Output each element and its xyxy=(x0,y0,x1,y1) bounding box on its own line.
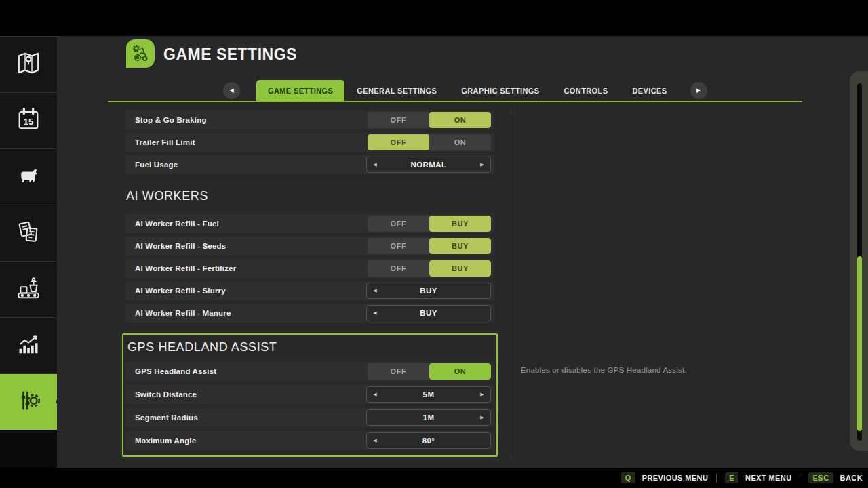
sidebar-item-statistics[interactable] xyxy=(0,318,57,374)
hint-label: NEXT MENU xyxy=(745,474,791,482)
selector-value: 80° xyxy=(383,436,474,445)
highlighted-settings-section: GPS HEADLAND ASSISTGPS Headland AssistOF… xyxy=(122,333,498,457)
selector-value: 5M xyxy=(383,390,474,399)
selector-value: BUY xyxy=(383,287,474,295)
setting-row: AI Worker Refill - FertilizerOFFBUY xyxy=(125,259,494,278)
toggle-option-buy[interactable]: BUY xyxy=(429,260,491,277)
finances-icon xyxy=(15,218,42,248)
sidebar: 15 xyxy=(0,36,57,468)
key-hint-back: ESCBACK xyxy=(808,472,863,483)
tab-graphic-settings[interactable]: GRAPHIC SETTINGS xyxy=(449,80,551,101)
setting-label: Segment Radius xyxy=(125,413,366,422)
toggle-option-on[interactable]: ON xyxy=(429,134,491,150)
setting-control: OFFON xyxy=(368,134,491,150)
setting-row: Switch Distance◀5M▶ xyxy=(125,385,494,404)
setting-label: Switch Distance xyxy=(125,390,366,399)
tabs-prev-button[interactable]: ◀ xyxy=(223,82,240,99)
value-selector: ◀BUY▶ xyxy=(366,305,491,321)
toggle-option-buy[interactable]: BUY xyxy=(429,238,491,254)
hint-divider xyxy=(716,474,717,483)
selector-next-icon[interactable]: ▶ xyxy=(474,415,490,420)
selector-next-icon[interactable]: ▶ xyxy=(474,162,490,167)
setting-row: Maximum Angle◀80°▶ xyxy=(125,431,494,450)
toggle-group: OFFON xyxy=(368,363,491,380)
toggle-option-off[interactable]: OFF xyxy=(368,238,429,254)
selector-prev-icon[interactable]: ◀ xyxy=(367,162,383,167)
footer-bar: QPREVIOUS MENUENEXT MENUESCBACK xyxy=(0,468,868,488)
toggle-group: OFFON xyxy=(368,134,491,150)
statistics-icon xyxy=(15,331,42,361)
setting-row: Stop & Go BrakingOFFON xyxy=(125,110,494,129)
scrollbar-thumb[interactable] xyxy=(857,256,862,431)
value-selector: ◀5M▶ xyxy=(366,386,491,403)
sidebar-item-map[interactable] xyxy=(0,36,57,93)
tab-underline xyxy=(108,101,802,102)
selector-value: 1M xyxy=(383,413,474,422)
animals-icon xyxy=(15,162,42,192)
setting-label: Fuel Usage xyxy=(125,161,366,169)
setting-label: GPS Headland Assist xyxy=(125,367,368,375)
scrollbar xyxy=(850,71,868,451)
selector-prev-icon[interactable]: ◀ xyxy=(367,392,383,397)
selector-prev-icon[interactable]: ◀ xyxy=(367,438,383,443)
toggle-option-off[interactable]: OFF xyxy=(368,260,429,277)
toggle-option-off[interactable]: OFF xyxy=(368,112,429,128)
selector-prev-icon[interactable]: ◀ xyxy=(367,288,383,293)
setting-control: ◀NORMAL▶ xyxy=(366,157,491,173)
selector-prev-icon[interactable]: ◀ xyxy=(367,310,383,316)
hint-label: PREVIOUS MENU xyxy=(642,474,709,482)
tabs-next-button[interactable]: ▶ xyxy=(690,82,707,99)
key-badge: ESC xyxy=(808,472,833,483)
page-title: GAME SETTINGS xyxy=(163,45,297,64)
setting-label: Maximum Angle xyxy=(125,436,366,445)
main-panel: GAME SETTINGS ◀GAME SETTINGSGENERAL SETT… xyxy=(57,36,868,468)
setting-label: AI Worker Refill - Slurry xyxy=(125,287,366,295)
setting-row: Fuel Usage◀NORMAL▶ xyxy=(125,155,494,174)
sidebar-item-finances[interactable] xyxy=(0,205,57,262)
value-selector: ◀1M▶ xyxy=(366,409,491,426)
selector-next-icon[interactable]: ▶ xyxy=(474,392,490,397)
setting-row: AI Worker Refill - SeedsOFFBUY xyxy=(125,237,494,256)
value-selector: ◀BUY▶ xyxy=(366,283,491,299)
map-icon xyxy=(15,49,42,79)
toggle-group: OFFBUY xyxy=(368,216,491,232)
tab-game-settings[interactable]: GAME SETTINGS xyxy=(256,80,344,101)
tab-general-settings[interactable]: GENERAL SETTINGS xyxy=(344,80,449,101)
setting-row: GPS Headland AssistOFFON xyxy=(125,362,494,381)
setting-row: Segment Radius◀1M▶ xyxy=(125,408,494,427)
setting-row: Trailer Fill LimitOFFON xyxy=(125,133,494,152)
selector-value: BUY xyxy=(383,309,474,317)
toggle-option-off[interactable]: OFF xyxy=(368,363,429,380)
scrollbar-track[interactable] xyxy=(857,83,862,441)
key-badge: Q xyxy=(621,472,635,483)
tab-controls[interactable]: CONTROLS xyxy=(552,80,620,101)
chevron-left-icon: ◀ xyxy=(229,87,233,94)
tab-bar: ◀GAME SETTINGSGENERAL SETTINGSGRAPHIC SE… xyxy=(223,80,707,101)
toggle-option-buy[interactable]: BUY xyxy=(429,216,491,232)
tab-devices[interactable]: DEVICES xyxy=(620,80,679,101)
sidebar-item-settings[interactable] xyxy=(0,374,57,430)
section-title: GPS HEADLAND ASSIST xyxy=(127,339,494,355)
key-badge: E xyxy=(725,472,738,483)
setting-label: AI Worker Refill - Fertilizer xyxy=(125,264,368,272)
setting-label: Trailer Fill Limit xyxy=(125,138,368,146)
toggle-option-off[interactable]: OFF xyxy=(368,134,429,150)
value-selector: ◀80°▶ xyxy=(366,432,491,449)
setting-control: ◀5M▶ xyxy=(366,386,491,403)
toggle-option-on[interactable]: ON xyxy=(429,363,491,380)
selector-value: NORMAL xyxy=(383,161,474,169)
toggle-group: OFFON xyxy=(368,112,491,128)
setting-control: ◀BUY▶ xyxy=(366,305,491,321)
setting-row: AI Worker Refill - FuelOFFBUY xyxy=(125,214,494,233)
setting-label: AI Worker Refill - Seeds xyxy=(125,242,368,250)
sidebar-item-animals[interactable] xyxy=(0,149,57,205)
setting-control: ◀80°▶ xyxy=(366,432,491,449)
toggle-option-on[interactable]: ON xyxy=(429,112,491,128)
sidebar-item-calendar[interactable]: 15 xyxy=(0,93,57,149)
toggle-option-off[interactable]: OFF xyxy=(368,216,429,232)
settings-section: Stop & Go BrakingOFFONTrailer Fill Limit… xyxy=(122,110,498,174)
setting-control: OFFBUY xyxy=(368,238,491,254)
key-hint-previous-menu: QPREVIOUS MENU xyxy=(621,472,709,483)
sidebar-item-production[interactable] xyxy=(0,262,57,318)
setting-description: Enables or disables the GPS Headland Ass… xyxy=(521,366,812,374)
